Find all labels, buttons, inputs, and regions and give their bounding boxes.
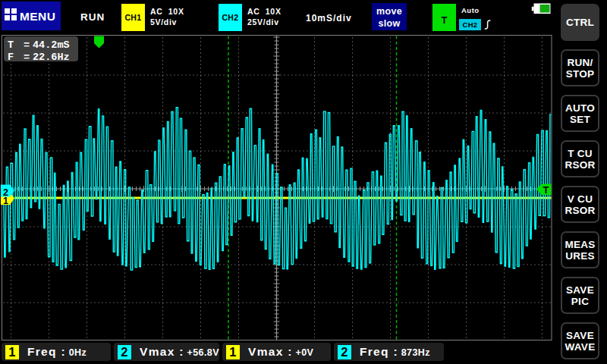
svg-text:1: 1 (3, 196, 8, 206)
svg-text:T: T (543, 184, 549, 196)
